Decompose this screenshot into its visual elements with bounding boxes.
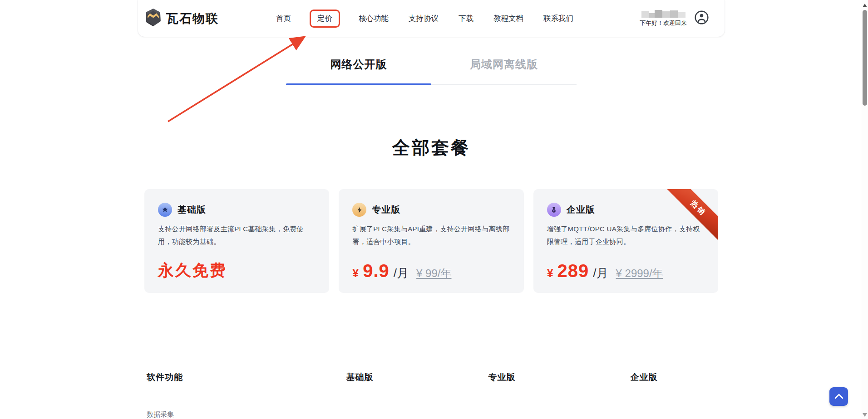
plan-description: 支持公开网络部署及主流PLC基础采集，免费使用，功能较为基础。: [158, 223, 316, 248]
plan-period: /月: [593, 265, 608, 281]
comparison-header-feature: 软件功能: [147, 371, 289, 383]
scrollbar-down-arrow[interactable]: [863, 413, 867, 417]
nav-item-pricing[interactable]: 定价: [310, 10, 340, 28]
tab-lan-offline[interactable]: 局域网离线版: [431, 57, 577, 84]
brand-logo-icon: [145, 8, 162, 29]
plan-head: 企业版: [547, 203, 705, 217]
plan-price-yearly: ¥ 99/年: [416, 266, 451, 281]
greeting-text: 下午好！欢迎回来: [640, 19, 687, 27]
scrollbar-thumb[interactable]: [863, 10, 867, 106]
nav-item-core-features[interactable]: 核心功能: [359, 14, 389, 24]
tab-network-public[interactable]: 网络公开版: [286, 57, 431, 84]
plan-name: 企业版: [567, 204, 595, 216]
plan-head: 专业版: [352, 203, 510, 217]
plan-period: /月: [394, 265, 409, 281]
user-area: 下午好！欢迎回来: [640, 10, 709, 27]
plan-cards: 基础版 支持公开网络部署及主流PLC基础采集，免费使用，功能较为基础。 永久免费…: [138, 189, 725, 293]
plan-price-monthly: 289: [557, 261, 589, 281]
main-content: 网络公开版 局域网离线版 全部套餐 基础版 支持公开网络部署及主流PLC基础采集…: [138, 37, 725, 419]
plan-price-monthly: 9.9: [363, 261, 390, 281]
user-meta: 下午好！欢迎回来: [640, 10, 687, 27]
plan-card-enterprise: 热销 企业版 增强了MQTT/OPC UA采集与多席位协作，支持权限管理，适用于…: [533, 189, 718, 293]
section-title: 全部套餐: [138, 136, 725, 160]
plan-price-row: 永久免费: [158, 260, 316, 281]
brand[interactable]: 瓦石物联: [145, 8, 219, 29]
feature-group-label: 数据采集: [147, 410, 715, 419]
plan-card-pro: 专业版 扩展了PLC采集与API重建，支持公开网络与离线部署，适合中小项目。 ¥…: [339, 189, 523, 293]
user-avatar-icon[interactable]: [694, 10, 709, 27]
comparison-header-basic: 基础版: [289, 371, 431, 383]
plan-head: 基础版: [158, 203, 316, 217]
plan-price-free: 永久免费: [158, 260, 227, 281]
plan-price-yearly: ¥ 2999/年: [616, 266, 663, 281]
brand-name: 瓦石物联: [166, 10, 219, 27]
star-icon: [158, 203, 172, 217]
comparison-header-pro: 专业版: [431, 371, 573, 383]
nav-item-download[interactable]: 下载: [459, 14, 473, 24]
nav-item-contact[interactable]: 联系我们: [543, 14, 573, 24]
edition-tabs: 网络公开版 局域网离线版: [286, 57, 577, 85]
plan-description: 增强了MQTT/OPC UA采集与多席位协作，支持权限管理，适用于企业协同。: [547, 223, 705, 248]
plan-price-row: ¥ 289 /月 ¥ 2999/年: [547, 261, 705, 281]
medal-icon: [547, 203, 561, 217]
comparison-header-enterprise: 企业版: [573, 371, 715, 383]
plan-description: 扩展了PLC采集与API重建，支持公开网络与离线部署，适合中小项目。: [352, 223, 510, 248]
plan-currency: ¥: [352, 267, 359, 280]
scrollbar-up-arrow[interactable]: [863, 4, 867, 7]
nav-item-protocols[interactable]: 支持协议: [409, 14, 439, 24]
scroll-top-button[interactable]: [829, 387, 848, 406]
chevron-up-icon: [834, 393, 843, 401]
plan-price-row: ¥ 9.9 /月 ¥ 99/年: [352, 261, 510, 281]
plan-name: 基础版: [178, 204, 206, 216]
plan-currency: ¥: [547, 267, 553, 280]
nav-item-docs[interactable]: 教程文档: [493, 14, 523, 24]
plan-card-basic: 基础版 支持公开网络部署及主流PLC基础采集，免费使用，功能较为基础。 永久免费: [144, 189, 329, 293]
nav-item-home[interactable]: 首页: [276, 14, 291, 24]
pricing-page: 瓦石物联 首页 定价 核心功能 支持协议 下载 教程文档 联系我们 下午好！欢迎…: [0, 0, 868, 419]
main-nav: 首页 定价 核心功能 支持协议 下载 教程文档 联系我们: [276, 14, 573, 24]
feature-comparison-table: 软件功能 基础版 专业版 企业版 数据采集: [138, 371, 725, 419]
redacted-username: [641, 10, 686, 18]
scrollbar-track[interactable]: [861, 0, 868, 419]
header-bar: 瓦石物联 首页 定价 核心功能 支持协议 下载 教程文档 联系我们 下午好！欢迎…: [138, 0, 725, 37]
plan-name: 专业版: [372, 204, 400, 216]
lightning-icon: [352, 203, 366, 217]
